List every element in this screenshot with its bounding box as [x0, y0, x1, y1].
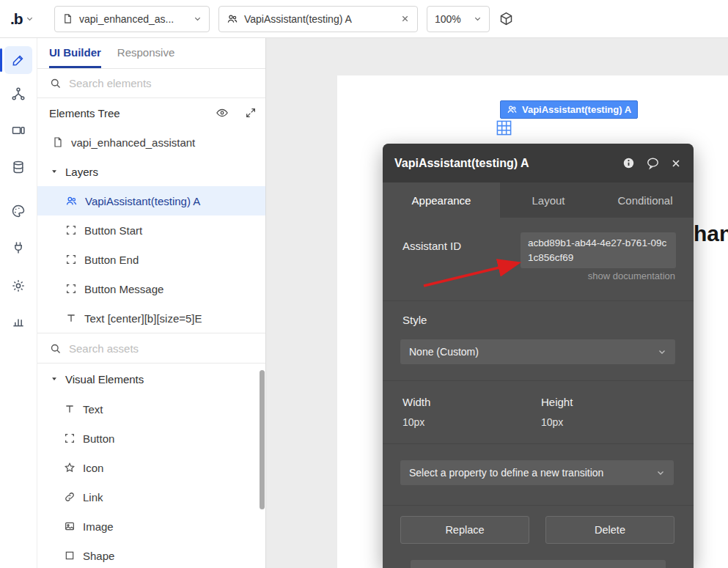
selected-element-badge[interactable]: VapiAssistant(testing) A [500, 100, 638, 119]
assistant-id-input[interactable]: acbd89b1-ab44-4e27-b761-09c1c856cf69 [521, 232, 676, 268]
package-icon[interactable] [499, 11, 514, 26]
asset-label: Shape [83, 550, 114, 562]
asset-item[interactable]: Link [37, 482, 265, 512]
zoom-selector[interactable]: 100% [427, 6, 490, 32]
chevron-down-icon [194, 15, 202, 23]
asset-item[interactable]: Button [37, 424, 265, 453]
layer-item[interactable]: VapiAssistant(testing) A [37, 186, 265, 215]
tab-ui-builder[interactable]: UI Builder [49, 38, 101, 68]
topbar: .b vapi_enhanced_as... VapiAssistant(tes… [0, 0, 728, 38]
chevron-down-icon [26, 15, 34, 23]
caret-down-icon [51, 168, 58, 175]
asset-item[interactable]: Icon [37, 453, 265, 482]
assistant-id-label: Assistant ID [402, 240, 461, 252]
search-elements-input[interactable] [69, 77, 258, 89]
layer-label: Text [center][b][size=5]E [84, 312, 202, 325]
transition-dropdown-value: Select a property to define a new transi… [409, 467, 656, 479]
users-icon [65, 195, 78, 207]
element-grid-icon[interactable] [496, 119, 512, 136]
rail-pages-button[interactable] [4, 117, 32, 144]
layer-label: VapiAssistant(testing) A [85, 195, 200, 207]
tree-item-page[interactable]: vapi_enhanced_assistant [37, 128, 265, 157]
style-dropdown[interactable]: None (Custom) [400, 339, 675, 364]
tab-appearance[interactable]: Appearance [383, 182, 500, 218]
rail-data-button[interactable] [4, 153, 32, 181]
text-icon [65, 312, 77, 324]
elements-tree-header: Elements Tree [37, 98, 265, 128]
property-editor-title: VapiAssistant(testing) A [394, 157, 611, 170]
bubble-logo-menu[interactable]: .b [10, 10, 45, 28]
users-icon [227, 13, 238, 25]
workflow-icon [11, 86, 26, 101]
rail-design-button[interactable] [4, 46, 32, 74]
replace-button[interactable]: Replace [400, 516, 529, 544]
eye-icon[interactable] [216, 106, 229, 119]
layer-item[interactable]: Button Message [37, 274, 265, 303]
canvas-text-partial: hanc [694, 221, 728, 246]
panel-tabs: UI Builder Responsive [37, 38, 265, 69]
show-documentation-link[interactable]: show documentation [588, 270, 675, 281]
image-icon [64, 520, 76, 532]
close-icon[interactable] [670, 158, 682, 169]
app-window: .b vapi_enhanced_as... VapiAssistant(tes… [0, 0, 728, 568]
rail-workflow-button[interactable] [4, 80, 32, 108]
rail-styles-button[interactable] [4, 197, 32, 225]
element-tab[interactable]: VapiAssistant(testing) A [218, 6, 418, 32]
button-icon [64, 432, 76, 444]
shape-icon [64, 550, 76, 561]
layer-label: Button End [84, 254, 139, 266]
text-icon [64, 403, 76, 415]
transition-dropdown[interactable]: Select a property to define a new transi… [400, 460, 674, 485]
property-editor-header[interactable]: VapiAssistant(testing) A [383, 144, 694, 182]
layer-item[interactable]: Button Start [37, 215, 265, 245]
users-icon [507, 104, 518, 115]
star-icon [64, 462, 76, 473]
tab-conditional[interactable]: Conditional [597, 182, 694, 218]
asset-item[interactable]: Image [37, 512, 265, 541]
asset-label: Image [83, 520, 114, 533]
tab-layout[interactable]: Layout [500, 182, 597, 218]
visual-elements-toggle[interactable]: Visual Elements [37, 364, 265, 394]
search-elements-row [37, 69, 265, 98]
asset-item[interactable]: Shape [37, 541, 265, 568]
style-dropdown-value: None (Custom) [409, 346, 658, 358]
asset-label: Link [83, 491, 103, 504]
search-assets-input[interactable] [69, 342, 258, 355]
pages-icon [11, 123, 26, 138]
layer-label: Button Message [84, 283, 163, 295]
canvas[interactable]: hanc VapiAssistant(testing) A VapiAssist… [266, 38, 728, 568]
comment-icon[interactable] [646, 156, 660, 170]
delete-button[interactable]: Delete [545, 516, 674, 544]
partial-field[interactable] [411, 560, 666, 568]
appearance-panel: Assistant ID acbd89b1-ab44-4e27-b761-09c… [383, 218, 694, 568]
button-icon [65, 224, 77, 236]
palette-icon [11, 204, 26, 218]
page-selector-label: vapi_enhanced_as... [79, 13, 188, 25]
panel-scrollbar[interactable] [260, 370, 265, 509]
height-value[interactable]: 10px [541, 416, 563, 428]
style-label: Style [402, 314, 427, 326]
asset-item[interactable]: Text [37, 394, 265, 424]
info-icon[interactable] [622, 156, 636, 170]
element-tab-label: VapiAssistant(testing) A [244, 13, 394, 25]
button-icon [65, 254, 77, 265]
elements-tree-title: Elements Tree [49, 107, 120, 119]
file-icon [52, 136, 64, 148]
close-icon[interactable] [400, 14, 410, 23]
page-selector[interactable]: vapi_enhanced_as... [54, 6, 210, 32]
property-editor-tabs: Appearance Layout Conditional [383, 182, 694, 218]
zoom-level: 100% [435, 13, 468, 25]
property-editor: VapiAssistant(testing) A Appearance Layo… [383, 144, 694, 568]
chevron-down-icon [658, 347, 666, 356]
database-icon [11, 160, 26, 174]
rail-logs-button[interactable] [4, 307, 32, 335]
width-value[interactable]: 10px [402, 416, 424, 428]
layers-section-toggle[interactable]: Layers [37, 157, 265, 186]
layer-item[interactable]: Text [center][b][size=5]E [37, 303, 265, 333]
layer-item[interactable]: Button End [37, 245, 265, 274]
plug-icon [11, 240, 26, 255]
tab-responsive[interactable]: Responsive [117, 38, 174, 68]
rail-settings-button[interactable] [4, 272, 32, 300]
expand-icon[interactable] [245, 107, 257, 119]
rail-plugins-button[interactable] [4, 234, 32, 262]
